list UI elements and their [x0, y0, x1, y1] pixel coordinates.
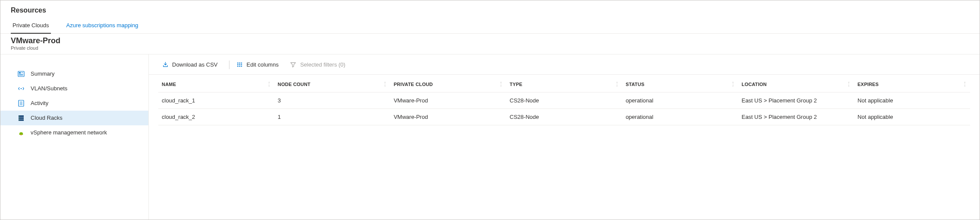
- svg-point-5: [21, 88, 22, 89]
- resource-title: VMware-Prod: [11, 36, 969, 46]
- sort-icon: ↑↓: [500, 82, 502, 87]
- col-header-status[interactable]: STATUS ↑↓: [622, 77, 738, 92]
- selected-filters-label: Selected filters (0): [300, 61, 346, 68]
- edit-columns-button[interactable]: Edit columns: [233, 61, 286, 69]
- col-header-label: LOCATION: [741, 82, 766, 87]
- sidebar-item-vlan[interactable]: VLAN/Subnets: [0, 81, 148, 96]
- cell-expires: Not applicable: [854, 92, 970, 108]
- cell-location: East US > Placement Group 2: [738, 108, 854, 125]
- col-header-label: TYPE: [510, 82, 523, 87]
- sort-icon: ↑↓: [964, 82, 966, 87]
- table-row[interactable]: cloud_rack_1 3 VMware-Prod CS28-Node ope…: [158, 92, 970, 108]
- svg-point-14: [19, 118, 19, 118]
- svg-rect-1: [19, 72, 21, 73]
- col-header-label: NODE COUNT: [278, 82, 311, 87]
- rack-icon: [18, 115, 25, 121]
- sidebar-item-label: Activity: [31, 100, 48, 106]
- sidebar-item-label: Cloud Racks: [31, 115, 63, 121]
- selected-filters-button[interactable]: Selected filters (0): [286, 61, 353, 69]
- download-icon: [162, 61, 169, 68]
- col-header-label: NAME: [162, 82, 176, 87]
- activity-icon: [18, 100, 25, 107]
- table-header-row: NAME ↑↓ NODE COUNT ↑↓ PRIVATE CLOUD ↑↓ T…: [158, 77, 970, 92]
- cell-node-count: 3: [274, 92, 390, 108]
- racks-table: NAME ↑↓ NODE COUNT ↑↓ PRIVATE CLOUD ↑↓ T…: [158, 77, 970, 125]
- table-row[interactable]: cloud_rack_2 1 VMware-Prod CS28-Node ope…: [158, 108, 970, 125]
- cell-location: East US > Placement Group 2: [738, 92, 854, 108]
- svg-rect-19: [241, 63, 242, 64]
- tab-azure-subscriptions[interactable]: Azure subscriptions mapping: [65, 19, 140, 34]
- download-csv-button[interactable]: Download as CSV: [158, 61, 226, 69]
- svg-rect-23: [237, 66, 239, 67]
- resource-header: VMware-Prod Private cloud: [0, 34, 980, 54]
- cell-node-count: 1: [274, 108, 390, 125]
- col-header-type[interactable]: TYPE ↑↓: [506, 77, 622, 92]
- page-title: Resources: [0, 0, 980, 19]
- svg-rect-25: [241, 66, 242, 67]
- sort-icon: ↑↓: [384, 82, 386, 87]
- cell-name: cloud_rack_1: [158, 92, 274, 108]
- sidebar-item-cloud-racks[interactable]: Cloud Racks: [0, 111, 148, 125]
- svg-rect-17: [237, 63, 239, 64]
- cell-type: CS28-Node: [506, 108, 622, 125]
- sort-icon: ↑↓: [848, 82, 850, 87]
- col-header-label: STATUS: [625, 82, 644, 87]
- svg-point-13: [19, 116, 19, 116]
- col-header-name[interactable]: NAME ↑↓: [158, 77, 274, 92]
- svg-rect-0: [18, 71, 24, 77]
- filter-icon: [290, 61, 297, 68]
- sidebar-item-label: VLAN/Subnets: [31, 85, 67, 92]
- sidebar-item-vsphere[interactable]: vSphere management network: [0, 125, 148, 140]
- vsphere-icon: [18, 129, 25, 136]
- toolbar-separator: [229, 61, 229, 69]
- tabs-bar: Private Clouds Azure subscriptions mappi…: [0, 19, 980, 34]
- edit-columns-label: Edit columns: [247, 61, 279, 68]
- cell-private-cloud: VMware-Prod: [390, 108, 506, 125]
- download-csv-label: Download as CSV: [172, 61, 218, 68]
- cell-type: CS28-Node: [506, 92, 622, 108]
- svg-rect-18: [239, 63, 240, 64]
- sidebar-item-summary[interactable]: Summary: [0, 67, 148, 81]
- tab-private-clouds[interactable]: Private Clouds: [11, 19, 51, 34]
- cell-name: cloud_rack_2: [158, 108, 274, 125]
- cell-private-cloud: VMware-Prod: [390, 92, 506, 108]
- sidebar-item-label: Summary: [31, 70, 55, 77]
- col-header-location[interactable]: LOCATION ↑↓: [738, 77, 854, 92]
- summary-icon: [18, 70, 25, 77]
- resource-subtitle: Private cloud: [11, 45, 969, 51]
- cell-status: operational: [622, 108, 738, 125]
- sidebar: Summary VLAN/Subnets Activity Cloud Rack…: [0, 54, 149, 220]
- sort-icon: ↑↓: [268, 82, 270, 87]
- sort-icon: ↑↓: [616, 82, 618, 87]
- svg-rect-22: [241, 64, 242, 65]
- col-header-private-cloud[interactable]: PRIVATE CLOUD ↑↓: [390, 77, 506, 92]
- cell-status: operational: [622, 92, 738, 108]
- toolbar: Download as CSV Edit columns Selected fi…: [149, 54, 980, 75]
- svg-rect-21: [239, 64, 240, 65]
- sort-icon: ↑↓: [732, 82, 734, 87]
- svg-rect-24: [239, 66, 240, 67]
- col-header-label: EXPIRES: [858, 82, 879, 87]
- sidebar-item-activity[interactable]: Activity: [0, 96, 148, 111]
- svg-rect-20: [237, 64, 239, 65]
- columns-icon: [236, 61, 243, 68]
- svg-point-15: [19, 120, 19, 120]
- content-area: Download as CSV Edit columns Selected fi…: [149, 54, 980, 220]
- svg-rect-16: [20, 134, 22, 135]
- vlan-icon: [18, 85, 25, 92]
- col-header-label: PRIVATE CLOUD: [394, 82, 433, 87]
- col-header-expires[interactable]: EXPIRES ↑↓: [854, 77, 970, 92]
- col-header-node-count[interactable]: NODE COUNT ↑↓: [274, 77, 390, 92]
- cell-expires: Not applicable: [854, 108, 970, 125]
- sidebar-item-label: vSphere management network: [31, 129, 107, 136]
